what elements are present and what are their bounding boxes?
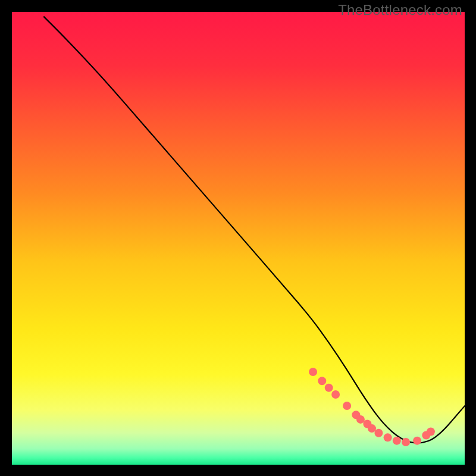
valley-dot <box>384 433 392 441</box>
chart-frame <box>12 12 465 465</box>
valley-dot <box>325 384 333 392</box>
valley-dot <box>374 429 383 437</box>
valley-dot <box>331 390 340 399</box>
valley-dot <box>402 438 410 446</box>
valley-dot <box>356 415 365 424</box>
valley-dot <box>318 377 326 385</box>
valley-dot <box>343 402 351 410</box>
chart-svg <box>12 12 465 465</box>
watermark-text: TheBottleneck.com <box>338 2 462 18</box>
valley-dot <box>309 368 317 376</box>
valley-dot <box>413 437 421 445</box>
valley-dot <box>427 427 435 436</box>
chart-background <box>12 12 465 465</box>
valley-dot <box>368 424 376 433</box>
valley-dot <box>393 437 401 445</box>
